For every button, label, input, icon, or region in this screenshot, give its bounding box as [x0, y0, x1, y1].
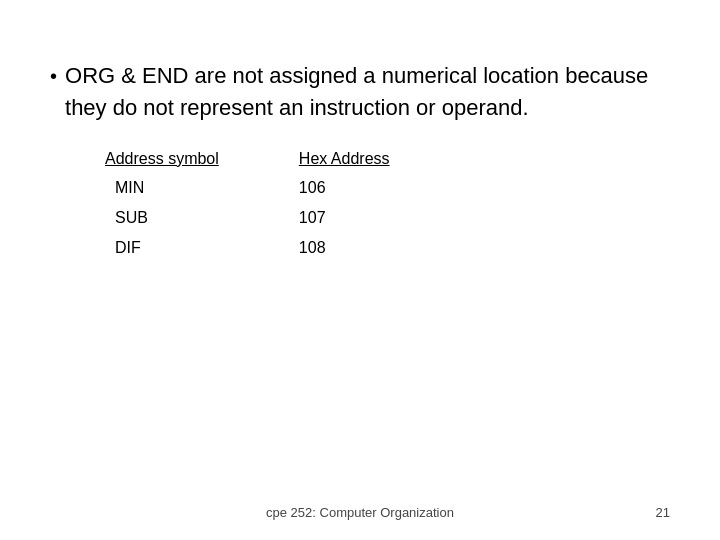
- hex-address-row-1: 106: [299, 175, 390, 201]
- address-symbol-row-1: MIN: [115, 175, 219, 201]
- bullet-section: • ORG & END are not assigned a numerical…: [50, 60, 670, 124]
- hex-address-row-3: 108: [299, 235, 390, 261]
- hex-address-column: Hex Address 106 107 108: [299, 146, 390, 260]
- table-section: Address symbol MIN SUB DIF Hex Address 1…: [105, 146, 670, 260]
- footer: cpe 252: Computer Organization: [0, 505, 720, 520]
- bullet-text: ORG & END are not assigned a numerical l…: [65, 60, 670, 124]
- address-symbol-header: Address symbol: [105, 146, 219, 172]
- slide-container: • ORG & END are not assigned a numerical…: [0, 0, 720, 540]
- hex-address-row-2: 107: [299, 205, 390, 231]
- footer-course: cpe 252: Computer Organization: [266, 505, 454, 520]
- address-symbol-column: Address symbol MIN SUB DIF: [105, 146, 219, 260]
- footer-page: 21: [656, 505, 670, 520]
- address-symbol-row-2: SUB: [115, 205, 219, 231]
- bullet-dot: •: [50, 62, 57, 90]
- address-symbol-row-3: DIF: [115, 235, 219, 261]
- hex-address-header: Hex Address: [299, 146, 390, 172]
